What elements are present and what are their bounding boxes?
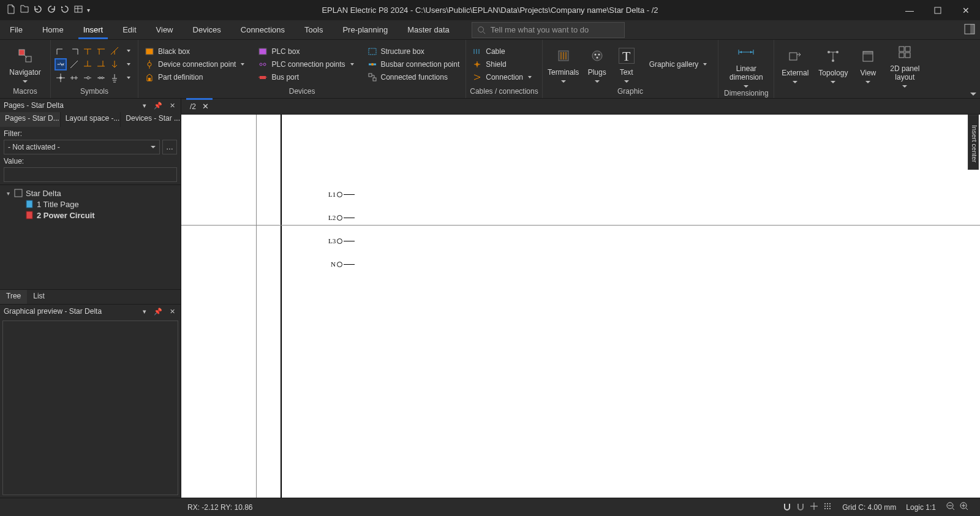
menu-insert[interactable]: Insert <box>74 20 113 39</box>
panel-pin-icon[interactable]: 📌 <box>152 102 164 110</box>
navigator-button[interactable]: Navigator <box>4 46 47 83</box>
graphic-gallery-button[interactable]: Graphic gallery <box>647 59 710 69</box>
value-input[interactable] <box>4 167 177 182</box>
minimize-button[interactable]: — <box>895 0 924 20</box>
preview-close-icon[interactable]: ✕ <box>168 308 177 316</box>
symbol-h-icon[interactable] <box>68 72 80 84</box>
qat-redo-icon[interactable] <box>47 4 56 16</box>
crosshair-icon[interactable] <box>809 501 819 513</box>
tree-item-title-page[interactable]: 1 Title Page <box>0 199 181 210</box>
subtab-devices[interactable]: Devices - Star ... <box>121 112 181 127</box>
symbol-cross-icon[interactable] <box>55 72 67 84</box>
qat-refresh-icon[interactable] <box>60 4 70 16</box>
symbol-arrowdown-icon[interactable] <box>108 58 121 70</box>
menu-edit[interactable]: Edit <box>113 20 146 39</box>
svg-point-44 <box>824 506 826 507</box>
connection-button[interactable]: Connection <box>470 72 534 83</box>
symbol-diag-icon[interactable] <box>108 45 121 57</box>
symbol-tup-icon[interactable] <box>81 58 94 70</box>
tree-tab-tree[interactable]: Tree <box>0 290 27 304</box>
menu-preplanning[interactable]: Pre-planning <box>333 20 398 39</box>
symbol-more-mid[interactable] <box>122 58 134 70</box>
qat-table-icon[interactable] <box>74 4 83 16</box>
menu-file[interactable]: File <box>0 20 32 39</box>
symbol-more-bot[interactable] <box>122 72 134 84</box>
topology-button[interactable]: Topology <box>815 47 851 83</box>
symbol-tdown2-icon[interactable] <box>95 45 107 57</box>
symbol-term-icon[interactable] <box>81 72 94 84</box>
plc-box-button[interactable]: PLC box <box>255 46 356 57</box>
subtab-pages[interactable]: Pages - Star D... <box>0 112 61 127</box>
layout-options-icon[interactable] <box>964 23 975 36</box>
svg-rect-40 <box>26 211 32 219</box>
plugs-button[interactable]: Plugs <box>583 46 611 83</box>
symbol-tup2-icon[interactable] <box>95 58 107 70</box>
symbol-gnd-icon[interactable] <box>108 72 121 84</box>
symbol-more-top[interactable] <box>122 45 134 57</box>
panel-dropdown-icon[interactable]: ▾ <box>141 102 148 110</box>
editor-tab-2[interactable]: /2 ✕ <box>184 99 215 114</box>
zoom-out-icon[interactable] <box>946 501 956 513</box>
black-box-button[interactable]: Black box <box>142 46 247 57</box>
editor-tab-close-icon[interactable]: ✕ <box>202 102 209 111</box>
qat-open-icon[interactable] <box>20 4 29 16</box>
filter-more-button[interactable]: … <box>162 140 177 154</box>
pages-subtabs: Pages - Star D... Layout space -... Devi… <box>0 112 181 127</box>
collapse-ribbon-icon[interactable] <box>970 93 976 96</box>
connected-functions-button[interactable]: Connected functions <box>365 72 462 83</box>
text-button[interactable]: T Text <box>614 46 639 83</box>
tree-root[interactable]: ▾ Star Delta <box>0 188 181 199</box>
menu-connections[interactable]: Connections <box>231 20 295 39</box>
close-button[interactable]: ✕ <box>952 0 980 20</box>
menu-home[interactable]: Home <box>32 20 74 39</box>
preview-dropdown-icon[interactable]: ▾ <box>141 308 148 316</box>
symbol-tdown-icon[interactable] <box>81 45 94 57</box>
menu-devices[interactable]: Devices <box>183 20 231 39</box>
panel-close-icon[interactable]: ✕ <box>168 102 177 110</box>
plc-conn-points-button[interactable]: PLC connection points <box>255 59 356 70</box>
external-button[interactable]: External <box>778 47 812 83</box>
snap-icon[interactable] <box>782 501 792 513</box>
qat-new-icon[interactable] <box>6 4 16 16</box>
part-definition-button[interactable]: Part definition <box>142 72 247 83</box>
qat-more-icon[interactable]: ▾ <box>87 7 90 13</box>
tellme-search[interactable]: Tell me what you want to do <box>472 22 625 38</box>
svg-rect-13 <box>148 78 151 81</box>
menu-view[interactable]: View <box>146 20 183 39</box>
filter-dropdown[interactable]: - Not activated - <box>4 140 160 154</box>
qat-undo-icon[interactable] <box>33 4 43 16</box>
terminal-n[interactable]: N <box>331 260 355 268</box>
svg-point-48 <box>827 508 828 509</box>
device-conn-point-button[interactable]: Device connection point <box>142 59 247 70</box>
subtab-layout[interactable]: Layout space -... <box>61 112 121 127</box>
tree-tab-list[interactable]: List <box>27 290 51 304</box>
drawing-canvas[interactable]: L1 L2 L3 N <box>181 115 980 498</box>
snap2-icon[interactable] <box>796 501 805 513</box>
busbar-conn-point-button[interactable]: Busbar connection point <box>365 59 462 70</box>
zoom-in-icon[interactable] <box>959 501 969 513</box>
svg-rect-37 <box>905 53 910 58</box>
cable-button[interactable]: Cable <box>470 46 534 57</box>
structure-box-button[interactable]: Structure box <box>365 46 462 57</box>
maximize-button[interactable] <box>924 0 952 20</box>
shield-button[interactable]: Shield <box>470 59 534 70</box>
menu-tools[interactable]: Tools <box>295 20 333 39</box>
linear-dimension-button[interactable]: Linear dimension <box>722 42 770 88</box>
terminal-l2[interactable]: L2 <box>328 214 355 221</box>
terminals-button[interactable]: Terminals <box>546 46 581 83</box>
symbol-angle-tl-icon[interactable] <box>68 45 80 57</box>
terminal-l3[interactable]: L3 <box>328 237 355 245</box>
preview-pin-icon[interactable]: 📌 <box>152 308 164 316</box>
bus-port-button[interactable]: Bus port <box>255 72 356 83</box>
symbol-angle-tr-icon[interactable] <box>55 45 67 57</box>
symbol-term2-icon[interactable] <box>95 72 107 84</box>
symbol-line-icon[interactable] <box>68 58 80 70</box>
insert-center-bar[interactable]: Insert center <box>968 115 979 170</box>
grid-icon[interactable] <box>823 501 832 513</box>
tree-item-power-circuit[interactable]: 2 Power Circuit <box>0 210 181 221</box>
panel-layout-button[interactable]: 2D panel layout <box>884 42 925 88</box>
view-button[interactable]: View <box>854 47 882 83</box>
terminal-l1[interactable]: L1 <box>328 191 355 198</box>
menu-masterdata[interactable]: Master data <box>398 20 459 39</box>
symbol-interrupt-icon[interactable] <box>55 58 67 70</box>
